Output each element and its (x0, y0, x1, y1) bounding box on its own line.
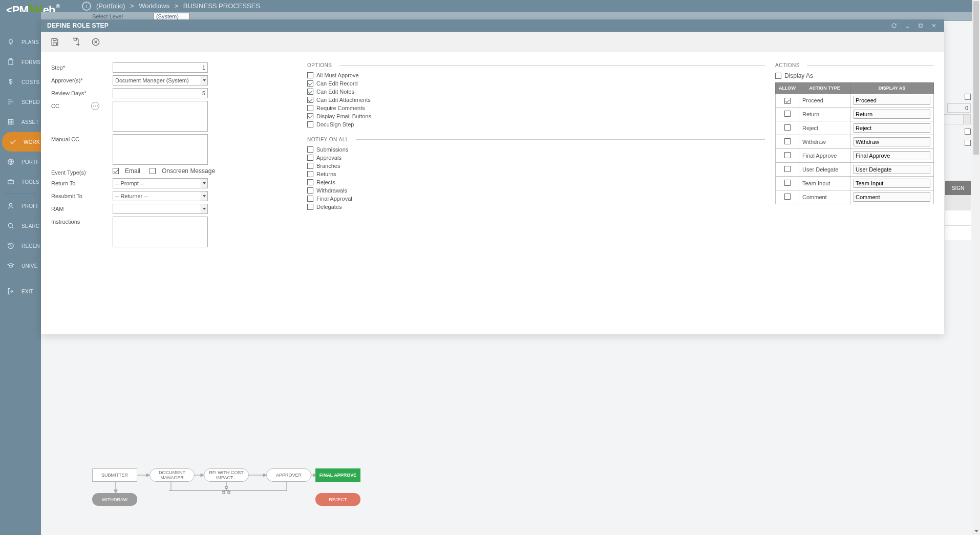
wf-node-approver[interactable]: APPROVER (266, 468, 311, 482)
th-allow: ALLOW (776, 83, 799, 94)
option-checkbox[interactable] (307, 105, 313, 111)
notify-checkbox[interactable] (307, 146, 313, 153)
allow-checkbox[interactable] (784, 98, 791, 104)
resubmit-to-label: Resubmit To (51, 191, 113, 199)
save-arrow-icon[interactable] (70, 36, 81, 48)
level-select[interactable]: (System) (154, 13, 189, 20)
outer-scrollbar[interactable] (972, 0, 980, 535)
display-as-input[interactable] (854, 165, 930, 174)
scroll-thumb[interactable] (973, 1, 979, 155)
onscreen-checkbox[interactable] (150, 168, 156, 174)
wf-node-final-approve[interactable]: FINAL APPROVE (315, 468, 360, 482)
option-checkbox[interactable] (307, 72, 313, 78)
options-list: All Must ApproveCan Edit RecordCan Edit … (307, 72, 765, 127)
sidebar-item-sched[interactable]: SCHED (0, 92, 41, 112)
sidebar-item-label: SCHED (22, 99, 40, 105)
notify-checkbox[interactable] (307, 196, 313, 202)
approvers-dropdown[interactable]: Document Manager (System) (113, 75, 208, 85)
return-to-dropdown[interactable]: -- Prompt -- (113, 178, 208, 188)
instructions-textarea[interactable] (113, 217, 208, 247)
maximize-icon[interactable] (917, 22, 925, 30)
sidebar-item-tools[interactable]: TOOLS (0, 172, 41, 191)
info-icon[interactable]: i (82, 2, 91, 11)
display-as-input[interactable] (854, 110, 930, 119)
sidebar-item-portf[interactable]: PORTF (0, 152, 41, 172)
notify-checkbox[interactable] (307, 171, 313, 177)
history-icon (6, 241, 15, 250)
allow-checkbox[interactable] (784, 111, 791, 117)
bg-checkbox[interactable] (965, 140, 971, 146)
email-checkbox[interactable] (113, 168, 119, 174)
option-row: Require Comments (307, 105, 765, 111)
wf-node-rfi[interactable]: RFI WITH COST IMPACT... (204, 468, 249, 482)
sidebar-item-recen[interactable]: RECEN (0, 236, 41, 255)
modal-titlebar: DEFINE ROLE STEP (41, 19, 944, 32)
sidebar-item-costs[interactable]: COSTS (0, 72, 41, 92)
sidebar-item-unive[interactable]: UNIVE (0, 256, 41, 275)
option-checkbox[interactable] (307, 89, 313, 95)
display-as-checkbox[interactable] (775, 73, 781, 79)
bg-dropdown[interactable] (942, 114, 971, 124)
option-checkbox[interactable] (307, 80, 313, 87)
sidebar-item-label: WORK (24, 139, 40, 145)
allow-checkbox[interactable] (784, 166, 791, 172)
breadcrumb-portfolio[interactable]: (Portfolio) (96, 2, 125, 10)
notify-checkbox[interactable] (307, 204, 313, 210)
wf-node-reject[interactable]: REJECT (315, 493, 360, 506)
allow-checkbox[interactable] (784, 180, 791, 186)
svg-rect-9 (223, 491, 225, 494)
close-icon[interactable] (930, 22, 938, 30)
allow-checkbox[interactable] (784, 138, 791, 144)
option-label: Require Comments (316, 105, 365, 111)
notify-checkbox[interactable] (307, 155, 313, 161)
sidebar-item-asset[interactable]: ASSET (0, 112, 41, 132)
cc-browse-button[interactable] (91, 102, 99, 110)
sidebar-item-forms[interactable]: FORMS (0, 52, 41, 72)
allow-checkbox[interactable] (784, 152, 791, 158)
sidebar-item-profi[interactable]: PROFI (0, 196, 41, 216)
allow-checkbox[interactable] (784, 124, 791, 131)
cancel-icon[interactable] (90, 36, 101, 48)
wf-node-docmgr[interactable]: DOCUMENT MANAGER (150, 468, 195, 482)
display-as-input[interactable] (854, 137, 930, 146)
step-input[interactable] (113, 62, 208, 73)
review-days-input[interactable] (113, 88, 208, 98)
notify-label: Returns (316, 171, 336, 177)
grid-icon (6, 117, 15, 126)
sidebar-item-exit[interactable]: EXIT (0, 282, 41, 301)
display-as-input[interactable] (854, 96, 930, 105)
allow-checkbox[interactable] (784, 194, 791, 200)
breadcrumb-workflows[interactable]: Workflows (139, 2, 169, 10)
notify-checkbox[interactable] (307, 179, 313, 185)
option-label: All Must Approve (316, 72, 359, 78)
notify-label: Delegates (316, 204, 342, 210)
sidebar-item-searc[interactable]: SEARC (0, 216, 41, 236)
sidebar-item-plans[interactable]: PLANS (0, 32, 41, 52)
action-type: Comment (799, 190, 850, 204)
clipboard-icon (6, 57, 15, 67)
bg-checkbox[interactable] (965, 94, 971, 100)
display-as-input[interactable] (854, 179, 930, 188)
scroll-down-icon[interactable] (972, 527, 980, 535)
bg-checkbox[interactable] (965, 129, 971, 135)
onscreen-label: Onscreen Message (162, 167, 215, 175)
sidebar-item-work[interactable]: WORK (2, 132, 41, 152)
save-icon[interactable] (49, 36, 60, 48)
display-as-input[interactable] (854, 151, 930, 160)
option-checkbox[interactable] (307, 121, 313, 127)
refresh-icon[interactable] (890, 22, 898, 30)
notify-checkbox[interactable] (307, 187, 313, 194)
ram-dropdown[interactable] (113, 204, 208, 214)
manual-cc-textarea[interactable] (113, 134, 208, 165)
cc-textarea[interactable] (113, 101, 208, 132)
wf-node-withdraw[interactable]: WITHDRAW (92, 493, 137, 506)
option-checkbox[interactable] (307, 113, 313, 119)
display-as-input[interactable] (854, 192, 930, 202)
display-as-input[interactable] (854, 123, 930, 133)
wf-node-submitter[interactable]: SUBMITTER (92, 468, 137, 482)
notify-checkbox[interactable] (307, 163, 313, 169)
minimize-icon[interactable] (903, 22, 911, 30)
notify-heading: NOTIFY ON ALL (307, 137, 765, 142)
resubmit-to-dropdown[interactable]: -- Returner -- (113, 191, 208, 201)
option-checkbox[interactable] (307, 97, 313, 103)
